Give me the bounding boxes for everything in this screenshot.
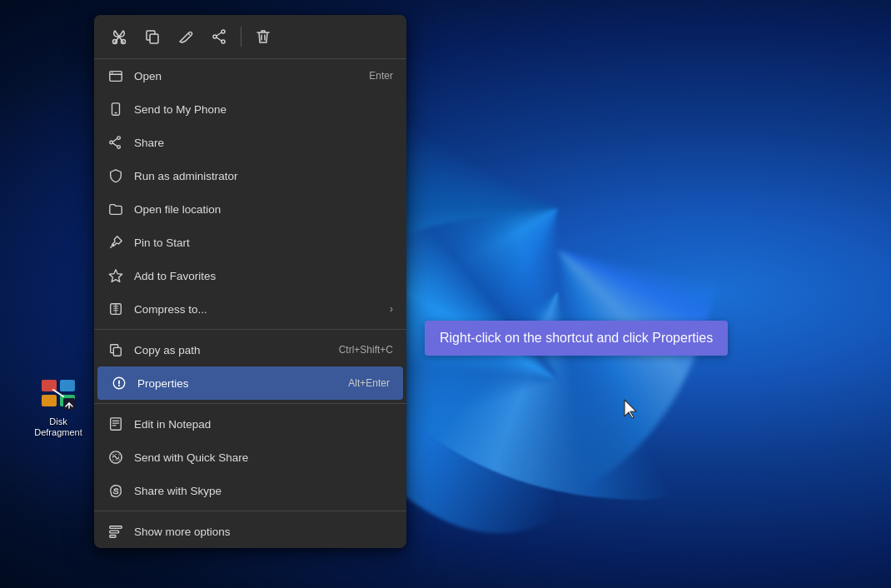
- menu-separator-2: [94, 403, 406, 404]
- icon-image: [38, 373, 78, 413]
- context-menu: Open Enter Send to My Phone Share: [94, 15, 406, 548]
- toolbar-separator: [241, 27, 241, 47]
- menu-item-show-more-options[interactable]: Show more options: [94, 515, 406, 548]
- run-as-admin-label: Run as administrator: [134, 170, 238, 182]
- tooltip: Right-click on the shortcut and click Pr…: [425, 321, 728, 356]
- svg-rect-2: [42, 395, 57, 406]
- compress-to-label: Compress to...: [134, 303, 207, 316]
- svg-rect-23: [110, 531, 119, 533]
- share-menu-icon: [107, 134, 124, 151]
- copy-as-path-label: Copy as path: [134, 344, 201, 356]
- cut-icon: [111, 28, 127, 45]
- desktop-icon-label: Disk Defragment: [25, 416, 92, 438]
- properties-icon: [111, 375, 127, 391]
- svg-rect-17: [113, 347, 121, 356]
- menu-separator-1: [94, 329, 406, 330]
- svg-rect-19: [111, 418, 122, 430]
- phone-icon: [107, 101, 124, 117]
- menu-item-send-to-phone[interactable]: Send to My Phone: [94, 92, 406, 126]
- edit-in-notepad-label: Edit in Notepad: [134, 418, 211, 431]
- svg-rect-1: [60, 380, 75, 391]
- shield-icon: [107, 167, 124, 184]
- copy-path-icon: [107, 341, 124, 358]
- rename-button[interactable]: [171, 22, 201, 52]
- send-to-phone-label: Send to My Phone: [134, 103, 226, 116]
- pin-icon: [107, 234, 124, 251]
- properties-shortcut: Alt+Enter: [348, 377, 390, 389]
- context-toolbar: [94, 15, 406, 59]
- copy-as-path-shortcut: Ctrl+Shift+C: [339, 344, 393, 356]
- menu-item-copy-as-path[interactable]: Copy as path Ctrl+Shift+C: [94, 333, 406, 366]
- rename-icon: [177, 28, 194, 45]
- mouse-cursor: [623, 398, 636, 416]
- open-shortcut: Enter: [369, 70, 393, 82]
- star-icon: [107, 267, 124, 284]
- svg-rect-7: [150, 34, 158, 43]
- pin-to-start-label: Pin to Start: [134, 237, 190, 249]
- skype-icon: [107, 482, 124, 499]
- menu-item-pin-to-start[interactable]: Pin to Start: [94, 226, 406, 259]
- svg-rect-24: [110, 536, 116, 538]
- share-with-skype-label: Share with Skype: [134, 485, 222, 497]
- menu-separator-3: [94, 511, 406, 511]
- share-label: Share: [134, 137, 164, 149]
- tooltip-text: Right-click on the shortcut and click Pr…: [440, 331, 713, 345]
- open-icon: [107, 67, 124, 84]
- compress-icon: [107, 301, 124, 317]
- quick-share-icon: [107, 449, 124, 466]
- menu-item-share[interactable]: Share: [94, 126, 406, 159]
- share-toolbar-button[interactable]: [204, 22, 234, 52]
- copy-icon: [144, 28, 161, 45]
- menu-item-properties[interactable]: Properties Alt+Enter: [97, 366, 403, 400]
- add-to-favorites-label: Add to Favorites: [134, 270, 216, 282]
- copy-button[interactable]: [137, 22, 167, 52]
- open-label: Open: [134, 70, 162, 82]
- menu-item-share-skype[interactable]: Share with Skype: [94, 474, 406, 507]
- show-more-options-label: Show more options: [134, 526, 231, 538]
- menu-item-open[interactable]: Open Enter: [94, 59, 406, 92]
- svg-rect-22: [110, 526, 122, 529]
- disk-defragment-icon[interactable]: Disk Defragment: [25, 373, 92, 438]
- share-icon: [211, 28, 227, 45]
- delete-icon: [255, 28, 271, 45]
- notepad-icon: [107, 416, 124, 432]
- menu-item-add-to-favorites[interactable]: Add to Favorites: [94, 259, 406, 292]
- menu-item-edit-in-notepad[interactable]: Edit in Notepad: [94, 407, 406, 441]
- cut-button[interactable]: [104, 22, 134, 52]
- folder-icon: [107, 201, 124, 217]
- menu-item-send-quick-share[interactable]: Send with Quick Share: [94, 441, 406, 474]
- menu-item-run-as-admin[interactable]: Run as administrator: [94, 159, 406, 192]
- compress-to-arrow: ›: [390, 303, 393, 315]
- menu-item-open-file-location[interactable]: Open file location: [94, 192, 406, 226]
- menu-item-compress-to[interactable]: Compress to... ›: [94, 292, 406, 326]
- send-quick-share-label: Send with Quick Share: [134, 451, 248, 464]
- delete-button[interactable]: [248, 22, 278, 52]
- open-file-location-label: Open file location: [134, 203, 221, 216]
- more-options-icon: [107, 523, 124, 540]
- properties-label: Properties: [137, 377, 189, 390]
